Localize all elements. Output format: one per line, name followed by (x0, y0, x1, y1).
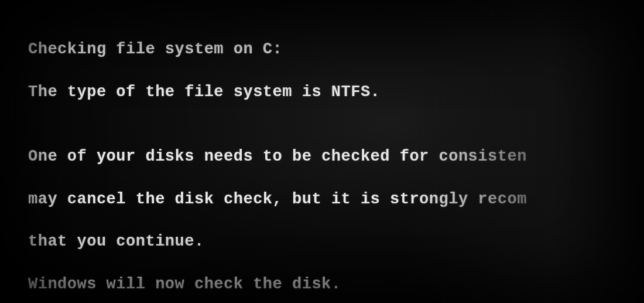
console-line: One of your disks needs to be checked fo… (28, 146, 644, 167)
console-line: Windows will now check the disk. (28, 274, 644, 295)
boot-console: Checking file system on C: The type of t… (28, 18, 644, 303)
console-line: may cancel the disk check, but it is str… (28, 189, 644, 210)
console-line: that you continue. (28, 231, 644, 252)
console-line: The type of the file system is NTFS. (28, 81, 644, 103)
console-line: Checking file system on C: (28, 39, 644, 60)
